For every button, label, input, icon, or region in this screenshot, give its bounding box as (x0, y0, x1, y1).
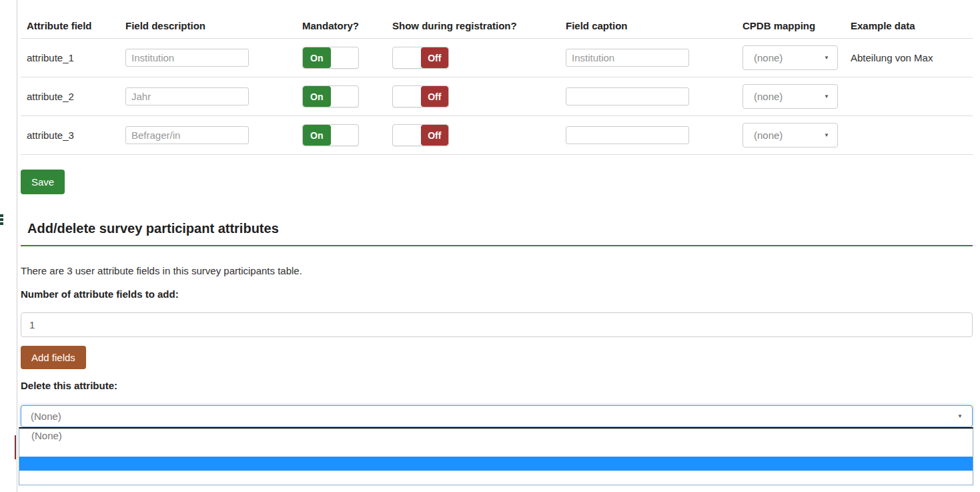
attributes-table: Attribute field Field description Mandat… (21, 0, 973, 155)
mandatory-toggle[interactable]: On (302, 47, 359, 69)
field-caption-input[interactable] (566, 126, 689, 144)
cpdb-mapping-value: (none) (754, 91, 783, 102)
header-mandatory: Mandatory? (302, 20, 392, 31)
show-registration-toggle[interactable]: Off (392, 85, 449, 107)
section-heading: Add/delete survey participant attributes (21, 220, 973, 246)
cpdb-mapping-value: (none) (754, 52, 783, 63)
show-registration-toggle[interactable]: Off (392, 124, 449, 146)
field-description-input[interactable] (125, 87, 249, 105)
dropdown-option[interactable] (19, 471, 973, 485)
attribute-name: attribute_3 (21, 130, 125, 141)
header-attribute-field: Attribute field (21, 20, 125, 31)
cpdb-mapping-select[interactable]: (none) ▼ (743, 84, 838, 109)
field-caption-input[interactable] (566, 49, 689, 67)
header-field-caption: Field caption (566, 20, 743, 31)
attribute-name: attribute_1 (21, 52, 125, 63)
header-cpdb-mapping: CPDB mapping (743, 20, 851, 31)
add-count-input[interactable] (21, 312, 973, 337)
toggle-off-label: Off (421, 86, 449, 107)
toggle-off-label: Off (421, 125, 449, 146)
mandatory-toggle[interactable]: On (302, 85, 359, 107)
delete-attribute-label: Delete this attribute: (21, 380, 973, 391)
toggle-blank-half (331, 125, 359, 146)
chevron-down-icon: ▼ (824, 55, 829, 61)
attribute-count-info: There are 3 user attribute fields in thi… (21, 265, 973, 276)
dropdown-option-none[interactable]: (None) (19, 429, 973, 443)
header-show-during-registration: Show during registration? (392, 20, 566, 31)
mandatory-toggle[interactable]: On (302, 124, 359, 146)
show-registration-toggle[interactable]: Off (392, 47, 449, 69)
delete-attribute-select-value: (None) (31, 411, 61, 422)
field-description-input[interactable] (125, 49, 249, 67)
render-artifact-sliver (15, 435, 16, 459)
cpdb-mapping-value: (none) (754, 130, 783, 141)
chevron-down-icon: ▼ (957, 413, 963, 419)
cpdb-mapping-select[interactable]: (none) ▼ (743, 45, 838, 70)
example-data: Abteilung von Max (851, 52, 973, 63)
main-content: Attribute field Field description Mandat… (21, 0, 973, 485)
field-description-input[interactable] (125, 126, 249, 144)
toggle-blank-half (393, 47, 421, 68)
table-row: attribute_2 On Off (none) ▼ (21, 77, 973, 116)
add-count-label: Number of attribute fields to add: (21, 288, 973, 300)
toggle-blank-half (331, 47, 359, 68)
header-field-description: Field description (125, 20, 302, 31)
toggle-on-label: On (303, 47, 331, 68)
delete-attribute-dropdown: (None) (19, 427, 973, 485)
toggle-off-label: Off (421, 47, 449, 68)
toggle-blank-half (331, 86, 359, 107)
grip-bar-icon (0, 214, 3, 217)
sidebar-toggle-grip[interactable] (0, 214, 3, 229)
toggle-on-label: On (303, 125, 331, 146)
grip-bar-icon (0, 218, 3, 221)
table-row: attribute_1 On Off (none) ▼ (21, 39, 973, 77)
toggle-blank-half (393, 125, 421, 146)
grip-bar-icon (0, 222, 3, 225)
table-row: attribute_3 On Off (none) ▼ (21, 116, 973, 155)
dropdown-option-highlighted[interactable] (19, 457, 973, 471)
panel-left-border (17, 0, 17, 492)
chevron-down-icon: ▼ (824, 93, 829, 99)
toggle-on-label: On (303, 86, 331, 107)
save-button[interactable]: Save (21, 170, 65, 194)
chevron-down-icon: ▼ (824, 132, 829, 138)
add-fields-button[interactable]: Add fields (21, 346, 86, 369)
field-caption-input[interactable] (566, 87, 689, 105)
attribute-name: attribute_2 (21, 91, 125, 102)
dropdown-option[interactable] (19, 443, 973, 457)
toggle-blank-half (393, 86, 421, 107)
table-header-row: Attribute field Field description Mandat… (21, 13, 973, 39)
header-example-data: Example data (851, 20, 973, 31)
cpdb-mapping-select[interactable]: (none) ▼ (743, 123, 838, 148)
delete-attribute-select[interactable]: (None) ▼ (21, 405, 973, 427)
